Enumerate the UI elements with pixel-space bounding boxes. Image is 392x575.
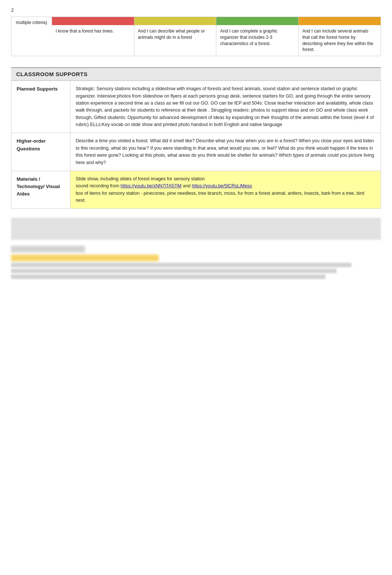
redacted-highlight-1 [11, 255, 159, 261]
redacted-line-3 [11, 275, 326, 279]
redacted-line-1 [11, 263, 351, 267]
rubric-col-text-2: And I can describe what people or animal… [134, 25, 216, 44]
redacted-bar-1 [11, 218, 381, 240]
table-row-materials: Materials / Technology/ Visual Aides Sli… [11, 171, 381, 209]
redacted-block-2 [11, 246, 381, 279]
planned-supports-content: Strategic: Sensory stations including a … [71, 81, 381, 133]
redacted-block-1 [11, 218, 381, 240]
rubric-columns: I know that a forest has trees. And I ca… [52, 17, 381, 56]
materials-text-4: box of items for sensory station - pinec… [76, 191, 364, 203]
rubric-col-1: I know that a forest has trees. [52, 17, 134, 56]
rubric-color-bar-2 [134, 17, 216, 25]
rubric-col-2: And I can describe what people or animal… [134, 17, 217, 56]
rubric-color-bar-4 [299, 17, 381, 25]
section-header: CLASSROOM SUPPORTS [11, 67, 381, 81]
rubric-label-text: multiple criteria) [16, 20, 47, 25]
materials-link-1[interactable]: https://youtu.be/xNN7iTA57jM [121, 183, 182, 188]
rubric-col-3: And I can complete a graphic organizer t… [216, 17, 299, 56]
materials-text-1: Slide show, including slides of forest i… [76, 176, 204, 181]
rubric-table: multiple criteria) I know that a forest … [11, 17, 381, 56]
rubric-color-bar-3 [216, 17, 298, 25]
redacted-line-2 [11, 269, 337, 273]
higher-order-label: Higher-order Questions [11, 133, 71, 171]
rubric-color-bar-1 [52, 17, 134, 25]
materials-label: Materials / Technology/ Visual Aides [11, 171, 71, 209]
materials-link-2[interactable]: https://youtu.be/5lCRsLjMeso [192, 183, 252, 188]
rubric-col-4: And I can include several animals that c… [299, 17, 381, 56]
supports-table: Planned Supports Strategic: Sensory stat… [11, 81, 381, 209]
table-row-higher-order: Higher-order Questions Describe a time y… [11, 133, 381, 171]
higher-order-content: Describe a time you visited a forest. Wh… [71, 133, 381, 171]
planned-supports-label: Planned Supports [11, 81, 71, 133]
materials-text-2: sound recording from [76, 183, 121, 188]
table-row-planned-supports: Planned Supports Strategic: Sensory stat… [11, 81, 381, 133]
rubric-col-text-4: And I can include several animals that c… [299, 25, 381, 56]
materials-text-3: and [182, 183, 192, 188]
rubric-col-text-1: I know that a forest has trees. [52, 25, 134, 37]
redacted-label-1 [11, 246, 85, 252]
materials-content: Slide show, including slides of forest i… [71, 171, 381, 209]
rubric-col-text-3: And I can complete a graphic organizer t… [216, 25, 298, 50]
page-number: 2 [11, 7, 381, 13]
rubric-label: multiple criteria) [11, 17, 52, 28]
